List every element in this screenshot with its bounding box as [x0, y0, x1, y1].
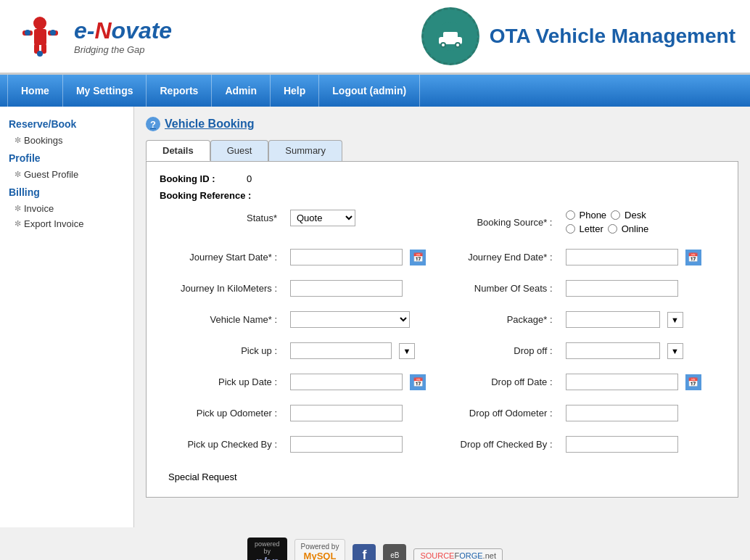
enovate-logo-icon — [15, 11, 65, 62]
nav-reports[interactable]: Reports — [147, 75, 212, 107]
sidebar-invoice-label: Invoice — [24, 203, 54, 214]
radio-phone-label: Phone — [580, 210, 607, 221]
booking-id-value: 0 — [247, 173, 252, 184]
booking-id-row: Booking ID : 0 — [160, 173, 725, 184]
dropoff-row: Drop off : ▼ — [442, 342, 725, 359]
main-content: ? Vehicle Booking Details Guest Summary … — [134, 107, 750, 527]
pickup-checked-input[interactable] — [290, 436, 403, 453]
logo-left: e-Novate Bridging the Gap — [15, 11, 172, 62]
nav-home[interactable]: Home — [7, 75, 63, 107]
tab-guest[interactable]: Guest — [210, 140, 269, 161]
svg-point-0 — [33, 17, 46, 30]
journey-start-row: Journey Start Date* : 📅 — [160, 249, 442, 265]
help-icon[interactable]: ? — [146, 117, 160, 131]
nav-admin[interactable]: Admin — [212, 75, 271, 107]
app-title: OTA Vehicle Management — [490, 24, 735, 49]
radio-row-2: Letter Online — [566, 223, 649, 234]
tab-summary[interactable]: Summary — [268, 140, 342, 161]
status-label: Status* — [160, 213, 283, 223]
num-seats-input[interactable] — [566, 280, 678, 297]
php-badge: powered by php — [247, 538, 287, 560]
package-input[interactable] — [566, 311, 660, 328]
journey-start-input[interactable] — [290, 249, 403, 265]
svg-point-8 — [37, 51, 43, 57]
booking-ref-label: Booking Reference : — [160, 190, 251, 201]
pickup-date-label: Pick up Date : — [160, 376, 283, 387]
radio-letter-label: Letter — [580, 223, 603, 234]
form-tabs: Details Guest Summary — [146, 140, 738, 161]
journey-start-cal-btn[interactable]: 📅 — [410, 250, 426, 265]
pickup-date-input[interactable] — [290, 374, 403, 390]
pickup-row: Pick up : ▼ — [160, 342, 442, 359]
pickup-odometer-input[interactable] — [290, 405, 403, 421]
package-label: Package* : — [442, 314, 559, 325]
status-source-row: Status* Quote Confirmed Cancelled Bookin… — [160, 210, 725, 242]
facebook-icon[interactable]: f — [353, 544, 376, 561]
sidebar-item-export-invoice[interactable]: ✼ Export Invoice — [0, 216, 133, 231]
km-seats-row: Journey In KiloMeters : Number Of Seats … — [160, 280, 725, 304]
sidebar-export-invoice-label: Export Invoice — [24, 218, 83, 229]
journey-end-input[interactable] — [566, 249, 678, 265]
dropoff-date-input[interactable] — [566, 374, 678, 390]
journey-km-label: Journey In KiloMeters : — [160, 283, 283, 294]
dropoff-checked-label: Drop off Checked By : — [442, 439, 559, 450]
vehicle-name-label: Vehicle Name* : — [160, 314, 283, 325]
journey-end-cal-btn[interactable]: 📅 — [685, 250, 701, 265]
sourceforge-badge[interactable]: SOURCEFORGE.net — [413, 548, 503, 561]
special-request-section: Special Request — [160, 467, 725, 485]
status-row: Status* Quote Confirmed Cancelled — [160, 210, 442, 226]
status-select[interactable]: Quote Confirmed Cancelled — [290, 210, 355, 226]
package-drop-btn[interactable]: ▼ — [667, 312, 683, 328]
pickup-checked-row: Pick up Checked By : — [160, 436, 442, 453]
dropoff-checked-input[interactable] — [566, 436, 678, 453]
tab-details[interactable]: Details — [146, 140, 210, 161]
dropoff-odometer-row: Drop off Odometer : — [442, 405, 725, 421]
asterisk-icon3: ✼ — [15, 204, 21, 213]
radio-letter[interactable] — [566, 224, 575, 234]
pickup-drop-btn[interactable]: ▼ — [399, 343, 415, 359]
radio-online[interactable] — [608, 224, 617, 234]
sidebar-item-bookings[interactable]: ✼ Bookings — [0, 133, 133, 148]
dropoff-input[interactable] — [566, 342, 660, 359]
checked-by-row: Pick up Checked By : Drop off Checked By… — [160, 436, 725, 460]
sidebar-item-invoice[interactable]: ✼ Invoice — [0, 201, 133, 216]
svg-point-6 — [25, 30, 30, 36]
journey-end-row: Journey End Date* : 📅 — [442, 249, 725, 265]
pickup-dropoff-date-row: Pick up Date : 📅 Drop off Date : 📅 — [160, 374, 725, 398]
status-col: Status* Quote Confirmed Cancelled — [160, 210, 442, 242]
vehicle-package-row: Vehicle Name* : Package* : ▼ — [160, 311, 725, 335]
ebridge-icon[interactable]: eB — [383, 544, 406, 561]
pickup-odometer-label: Pick up Odometer : — [160, 408, 283, 419]
footer: powered by php Powered by MySQL e-Bridge… — [0, 527, 750, 560]
dropoff-date-cal-btn[interactable]: 📅 — [685, 374, 701, 390]
radio-phone[interactable] — [566, 210, 575, 220]
nav-my-settings[interactable]: My Settings — [63, 75, 147, 107]
pickup-date-cal-btn[interactable]: 📅 — [410, 374, 426, 390]
pickup-input[interactable] — [290, 342, 392, 359]
radio-desk[interactable] — [611, 210, 620, 220]
pickup-odometer-row: Pick up Odometer : — [160, 405, 442, 421]
nav-logout[interactable]: Logout (admin) — [319, 75, 420, 107]
dropoff-drop-btn[interactable]: ▼ — [667, 343, 683, 359]
dropoff-odometer-input[interactable] — [566, 405, 678, 421]
sidebar-item-guest-profile[interactable]: ✼ Guest Profile — [0, 167, 133, 182]
sidebar-section-reserve[interactable]: Reserve/Book — [0, 114, 133, 133]
main-navbar: Home My Settings Reports Admin Help Logo… — [0, 75, 750, 107]
nav-help[interactable]: Help — [271, 75, 319, 107]
logo-text: e-Novate Bridging the Gap — [74, 17, 172, 55]
odometer-row: Pick up Odometer : Drop off Odometer : — [160, 405, 725, 429]
sidebar-section-profile[interactable]: Profile — [0, 148, 133, 167]
journey-start-label: Journey Start Date* : — [160, 252, 283, 263]
logo-right: OTA Vehicle Management — [421, 7, 735, 65]
scroll-area[interactable]: Booking ID : 0 Booking Reference : Statu… — [160, 173, 725, 485]
svg-rect-3 — [34, 29, 46, 45]
pickup-date-row: Pick up Date : 📅 — [160, 374, 442, 390]
sidebar-section-billing[interactable]: Billing — [0, 182, 133, 201]
page-title-row: ? Vehicle Booking — [146, 117, 738, 131]
dropoff-checked-row: Drop off Checked By : — [442, 436, 725, 453]
num-seats-row: Number Of Seats : — [442, 280, 725, 297]
vehicle-name-select[interactable] — [290, 311, 410, 328]
journey-km-input[interactable] — [290, 280, 403, 297]
booking-source-label: Booking Source* : — [442, 217, 559, 228]
package-row: Package* : ▼ — [442, 311, 725, 328]
